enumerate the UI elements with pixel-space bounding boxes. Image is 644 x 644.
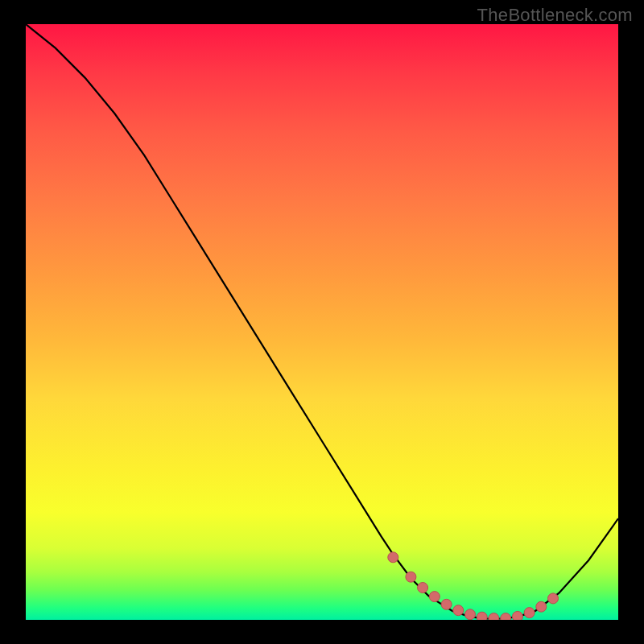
chart-plot-area	[26, 24, 618, 620]
optimal-marker	[441, 599, 452, 609]
optimal-marker	[388, 552, 398, 563]
optimal-marker	[418, 583, 428, 593]
optimal-marker	[477, 612, 487, 620]
optimal-marker	[548, 593, 559, 604]
optimal-marker	[489, 613, 499, 620]
optimal-marker	[536, 601, 547, 612]
optimal-marker	[465, 609, 476, 620]
optimal-marker	[406, 572, 416, 582]
watermark-text: TheBottleneck.com	[477, 5, 633, 26]
chart-svg-overlay	[26, 24, 618, 620]
optimal-marker	[429, 592, 440, 602]
optimal-marker	[524, 608, 535, 618]
bottleneck-curve	[26, 24, 618, 619]
optimal-marker	[453, 605, 464, 616]
optimal-range-markers	[388, 552, 559, 620]
optimal-marker	[512, 611, 522, 620]
optimal-marker	[501, 613, 511, 620]
